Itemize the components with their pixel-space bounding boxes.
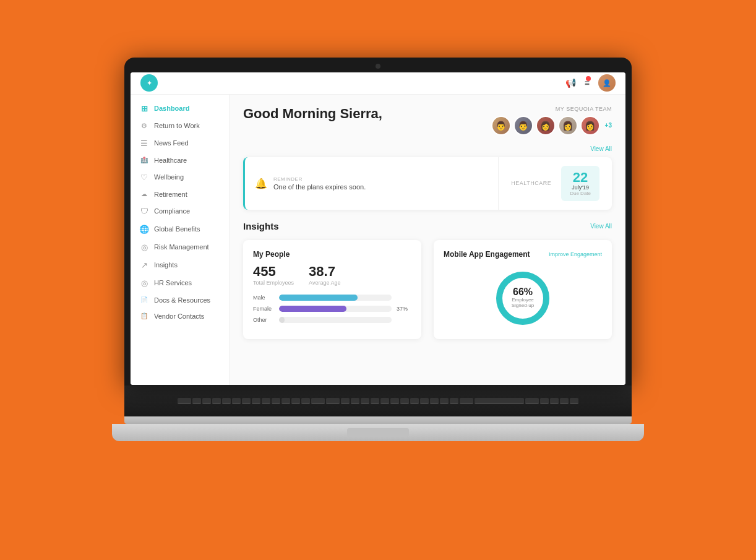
insights-title: Insights (243, 221, 279, 231)
header-row: Good Morning Sierra, MY SEQUOIA TEAM 👨 👨 (243, 106, 612, 136)
healthcare-icon: 🏥 (139, 157, 149, 163)
retirement-icon: ☁ (139, 191, 149, 197)
sidebar-label-hr-services: HR Services (154, 279, 192, 286)
notification-wrapper[interactable]: ≡ (585, 77, 590, 88)
sidebar: ⊞ Dashboard ⚙ Return to Work ☰ News Feed… (131, 95, 230, 385)
key (262, 398, 270, 404)
laptop-keyboard (124, 386, 632, 416)
insights-view-all[interactable]: View All (590, 223, 612, 230)
sidebar-item-risk-management[interactable]: ◎ Risk Management (131, 238, 229, 256)
avg-age-stat: 38.7 Average Age (309, 265, 340, 286)
reminder-left: 🔔 REMINDER One of the plans expires soon… (245, 168, 498, 199)
app-body: ⊞ Dashboard ⚙ Return to Work ☰ News Feed… (131, 95, 625, 385)
key (390, 398, 399, 404)
sidebar-item-insights[interactable]: ↗ Insights (131, 256, 229, 274)
reminder-text-group: REMINDER One of the plans expires soon. (273, 176, 366, 191)
team-avatar-2: 👨 (513, 116, 533, 136)
user-avatar[interactable]: 👤 (598, 74, 616, 92)
key (192, 398, 201, 404)
sidebar-label-compliance: Compliance (154, 207, 190, 215)
sidebar-item-return-to-work[interactable]: ⚙ Return to Work (131, 118, 229, 134)
donut-percentage: 66% (507, 287, 538, 297)
team-view-all[interactable]: View All (243, 145, 612, 152)
laptop-base-wrapper (124, 416, 632, 441)
bell-icon: 🔔 (255, 178, 267, 189)
announcement-icon[interactable]: 📢 (565, 78, 576, 88)
bar-track-male (279, 295, 392, 301)
laptop-base (112, 424, 644, 441)
key (525, 398, 539, 404)
sidebar-item-docs-resources[interactable]: 📄 Docs & Resources (131, 292, 229, 308)
return-to-work-icon: ⚙ (139, 122, 149, 130)
key (252, 398, 260, 404)
sidebar-item-global-benefits[interactable]: 🌐 Global Benefits (131, 220, 229, 238)
docs-resources-icon: 📄 (139, 296, 149, 303)
key (272, 398, 280, 404)
top-bar-actions: 📢 ≡ 👤 (565, 74, 616, 92)
donut-container: 66% Employee Signed-up (444, 267, 602, 329)
reminder-text: One of the plans expires soon. (273, 183, 366, 191)
due-date-month: July'19 (570, 184, 591, 191)
team-avatar-4: 👩 (558, 116, 578, 136)
logo-icon: ✦ (147, 79, 152, 87)
bar-label-other: Other (253, 317, 274, 323)
bar-fill-other (279, 317, 285, 323)
bar-label-female: Female (253, 306, 274, 312)
key (281, 398, 290, 404)
key (291, 398, 300, 404)
hr-services-icon: ◎ (139, 278, 149, 288)
sidebar-item-wellbeing[interactable]: ♡ Wellbeing (131, 168, 229, 186)
sidebar-label-global-benefits: Global Benefits (154, 225, 200, 233)
key (400, 398, 409, 404)
app-logo: ✦ (140, 74, 158, 92)
global-benefits-icon: 🌐 (139, 225, 149, 234)
wellbeing-icon: ♡ (139, 173, 149, 182)
notification-dot (586, 76, 591, 81)
top-bar: ✦ 📢 ≡ 👤 (131, 72, 625, 95)
sidebar-label-risk-management: Risk Management (154, 243, 209, 251)
sidebar-label-dashboard: Dashboard (154, 105, 189, 112)
risk-management-icon: ◎ (139, 243, 149, 252)
laptop-screen-outer: ✦ 📢 ≡ 👤 ⊞ (124, 58, 632, 386)
my-team-label: MY SEQUOIA TEAM (491, 106, 612, 112)
avg-age-number: 38.7 (309, 265, 340, 278)
key (311, 398, 325, 404)
key (351, 398, 359, 404)
key (326, 398, 340, 404)
donut-chart: 66% Employee Signed-up (492, 267, 554, 329)
key (301, 398, 310, 404)
key (178, 398, 191, 404)
bar-row-male: Male (253, 295, 411, 301)
people-stats: 455 Total Employees 38.7 Average Age (253, 265, 411, 286)
laptop-screen: ✦ 📢 ≡ 👤 ⊞ (131, 72, 625, 385)
sidebar-item-news-feed[interactable]: ☰ News Feed (131, 134, 229, 152)
insights-icon: ↗ (139, 261, 149, 270)
my-people-title: My People (253, 250, 411, 259)
main-content: Good Morning Sierra, MY SEQUOIA TEAM 👨 👨 (230, 95, 625, 385)
key (570, 398, 578, 404)
total-employees-number: 455 (253, 265, 294, 278)
key (341, 398, 350, 404)
sidebar-label-insights: Insights (154, 261, 178, 269)
reminder-right: HEALTHCARE 22 July'19 Due Date (498, 157, 612, 210)
due-date-label: Due Date (570, 191, 591, 196)
key (460, 398, 473, 404)
avg-age-label: Average Age (309, 280, 340, 286)
sidebar-item-dashboard[interactable]: ⊞ Dashboard (131, 100, 229, 118)
improve-engagement-link[interactable]: Improve Engagement (549, 251, 602, 257)
sidebar-item-retirement[interactable]: ☁ Retirement (131, 186, 229, 202)
laptop-wrapper: ✦ 📢 ≡ 👤 ⊞ (112, 58, 644, 503)
sidebar-label-healthcare: Healthcare (154, 157, 187, 164)
people-bar-chart: Male Female (253, 295, 411, 323)
team-avatar-1: 👨 (491, 116, 511, 136)
sidebar-item-vendor-contacts[interactable]: 📋 Vendor Contacts (131, 308, 229, 324)
my-team-section: MY SEQUOIA TEAM 👨 👨 👩 (491, 106, 612, 136)
sidebar-item-hr-services[interactable]: ◎ HR Services (131, 274, 229, 292)
sidebar-item-compliance[interactable]: 🛡 Compliance (131, 202, 229, 220)
sidebar-item-healthcare[interactable]: 🏥 Healthcare (131, 152, 229, 168)
team-avatar-5: 👩 (580, 116, 600, 136)
laptop-camera (376, 64, 380, 69)
sidebar-label-return-to-work: Return to Work (154, 122, 200, 129)
key-space (475, 398, 524, 404)
insights-grid: My People 455 Total Employees 38.7 Avera… (243, 240, 612, 339)
